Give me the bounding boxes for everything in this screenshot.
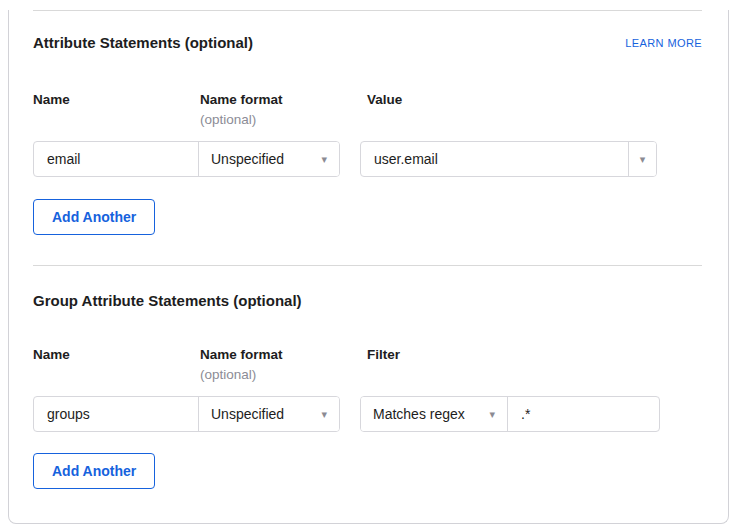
chevron-down-icon: ▾: [489, 409, 495, 420]
column-name-format: Name format (optional): [200, 347, 367, 383]
chevron-down-icon: ▾: [321, 154, 327, 165]
attribute-value-dropdown-button[interactable]: ▾: [628, 142, 656, 176]
attribute-statement-row: Unspecified ▾ ▾: [33, 141, 702, 177]
group-attribute-statements-section-header: Group Attribute Statements (optional): [33, 291, 702, 311]
group-name-format-select[interactable]: Unspecified ▾: [198, 397, 339, 431]
section-divider: [33, 265, 702, 266]
group-attribute-column-headers: Name Name format (optional) Filter: [33, 347, 702, 383]
group-attribute-statements-title: Group Attribute Statements (optional): [33, 291, 302, 311]
group-name-input[interactable]: [34, 397, 198, 431]
group-name-format-selected: Unspecified: [211, 406, 284, 422]
column-filter: Filter: [367, 347, 400, 383]
group-filter-group: Matches regex ▾: [360, 396, 660, 432]
attribute-name-format-select[interactable]: Unspecified ▾: [198, 142, 339, 176]
chevron-down-icon: ▾: [640, 154, 646, 165]
add-another-group-attribute-button[interactable]: Add Another: [33, 453, 155, 489]
chevron-down-icon: ▾: [321, 409, 327, 420]
saml-settings-card: Attribute Statements (optional) LEARN MO…: [8, 10, 729, 524]
attribute-statements-section-header: Attribute Statements (optional) LEARN MO…: [33, 33, 702, 53]
column-name-format: Name format (optional): [200, 92, 367, 128]
attribute-name-format-group: Unspecified ▾: [33, 141, 340, 177]
attribute-name-format-selected: Unspecified: [211, 151, 284, 167]
learn-more-link[interactable]: LEARN MORE: [625, 35, 702, 51]
attribute-value-group: ▾: [360, 141, 657, 177]
column-value: Value: [367, 92, 402, 128]
group-name-format-group: Unspecified ▾: [33, 396, 340, 432]
attribute-name-input[interactable]: [34, 142, 198, 176]
attribute-statements-title: Attribute Statements (optional): [33, 33, 253, 53]
group-filter-value-input[interactable]: [507, 397, 659, 431]
add-another-attribute-button[interactable]: Add Another: [33, 199, 155, 235]
column-name: Name: [33, 92, 200, 128]
column-name: Name: [33, 347, 200, 383]
group-attribute-statement-row: Unspecified ▾ Matches regex ▾: [33, 396, 702, 432]
attribute-value-input[interactable]: [361, 142, 628, 176]
group-filter-type-selected: Matches regex: [373, 406, 465, 422]
attribute-column-headers: Name Name format (optional) Value: [33, 92, 702, 128]
top-divider: [33, 10, 702, 11]
group-filter-type-select[interactable]: Matches regex ▾: [361, 397, 507, 431]
